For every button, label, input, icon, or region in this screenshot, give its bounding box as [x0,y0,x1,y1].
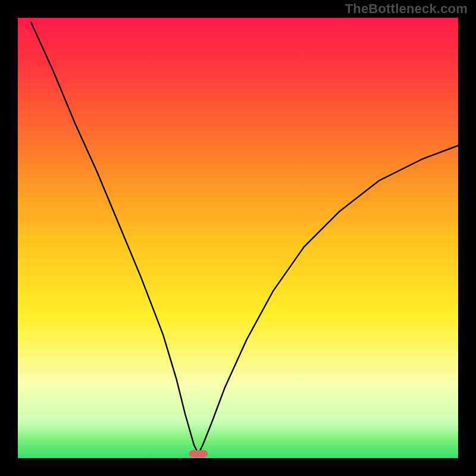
chart-container: TheBottleneck.com [0,0,476,476]
optimal-marker [189,450,208,458]
plot-background [18,18,458,458]
bottleneck-chart [0,0,476,476]
watermark-text: TheBottleneck.com [345,1,468,17]
